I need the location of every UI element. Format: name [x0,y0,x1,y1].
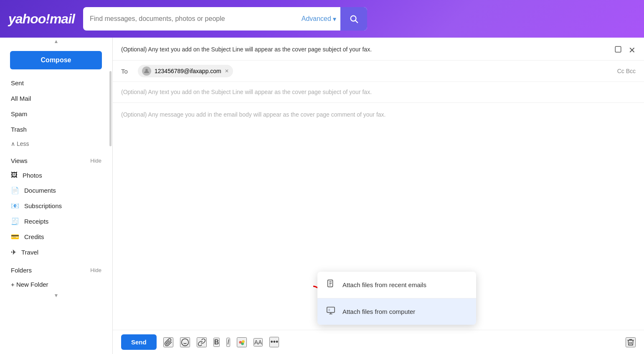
subscriptions-icon: 📧 [11,202,19,210]
recipient-email: 123456789@ifaxapp.com [155,68,221,74]
attach-from-emails-option[interactable]: Attach files from recent emails [317,272,476,298]
recipient-chip[interactable]: 123456789@ifaxapp.com ✕ [138,65,233,77]
attach-button[interactable] [163,337,173,347]
search-icon [349,14,358,23]
folders-label: Folders [11,267,32,274]
cc-bcc-button[interactable]: Cc Bcc [617,68,636,74]
app-body: ▲ Compose Sent All Mail Spam Trash ∧ Les… [0,38,644,354]
svg-rect-3 [615,46,621,52]
sidebar-collapse-less[interactable]: ∧ Less [7,137,106,150]
compose-header-actions: ✕ [614,45,636,55]
folders-hide-button[interactable]: Hide [90,267,101,273]
sidebar-item-documents[interactable]: 📄 Documents [7,183,106,198]
scroll-up-indicator[interactable]: ▲ [0,38,112,45]
attach-dropdown: Attach files from recent emails 0 Attach… [317,272,476,325]
sidebar-folders-header: Folders Hide [7,260,106,277]
italic-button[interactable]: I [226,338,230,347]
credits-icon: 💳 [11,233,19,241]
sidebar-item-sent[interactable]: Sent [7,75,106,91]
attach-from-computer-option[interactable]: 0 Attach files from computer [317,298,476,325]
sidebar-item-receipts[interactable]: 🧾 Receipts [7,214,106,229]
to-label: To [121,68,133,75]
file-email-icon [326,279,336,290]
compose-toolbar: Send B I AA ••• [113,330,644,354]
maximize-button[interactable] [614,46,622,55]
sidebar-item-allmail[interactable]: All Mail [7,91,106,106]
svg-rect-9 [327,307,335,313]
attach-emails-label: Attach files from recent emails [342,281,426,288]
sidebar-views-header: Views Hide [7,150,106,168]
subject-row[interactable]: (Optional) Any text you add on the Subje… [113,82,644,103]
to-row: To 123456789@ifaxapp.com ✕ Cc Bcc [113,61,644,82]
documents-icon: 📄 [11,186,19,194]
more-options-button[interactable]: ••• [269,337,279,347]
sidebar-nav: Sent All Mail Spam Trash ∧ Less Views Hi… [0,75,112,292]
yahoo-mail-logo: yahoo!mail [8,11,75,27]
font-size-button[interactable]: AA [254,338,263,346]
views-hide-button[interactable]: Hide [90,158,101,164]
document-icon [326,279,335,288]
compose-arrow [104,41,113,70]
chevron-down-icon: ▾ [333,15,336,23]
compose-button[interactable]: Compose [10,51,102,69]
header: yahoo!mail Advanced ▾ [0,0,644,38]
compose-area: (Optional) Any text you add on the Subje… [113,38,644,354]
compose-header: (Optional) Any text you add on the Subje… [113,38,644,61]
link-button[interactable] [197,337,207,347]
recipient-avatar [142,66,151,76]
sidebar-item-travel[interactable]: ✈ Travel [7,244,106,260]
sidebar-item-credits[interactable]: 💳 Credits [7,229,106,244]
monitor-icon: 0 [326,306,335,315]
emoji-icon [181,338,189,346]
advanced-button[interactable]: Advanced ▾ [302,15,336,23]
color-button[interactable] [237,337,247,347]
svg-point-19 [242,340,245,343]
search-bar: Advanced ▾ [83,7,367,31]
scroll-down-indicator[interactable]: ▼ [0,292,112,299]
sidebar: ▲ Compose Sent All Mail Spam Trash ∧ Les… [0,38,113,354]
receipts-icon: 🧾 [11,217,19,225]
sidebar-item-photos[interactable]: 🖼 Photos [7,168,106,183]
search-button[interactable] [340,7,367,31]
color-icon [238,338,246,346]
search-input[interactable] [90,15,297,23]
body-placeholder: (Optional) Any message you add in the em… [121,111,636,118]
svg-point-14 [181,339,188,346]
sidebar-item-spam[interactable]: Spam [7,106,106,122]
sidebar-item-subscriptions[interactable]: 📧 Subscriptions [7,198,106,214]
maximize-icon [614,46,622,53]
remove-recipient-button[interactable]: ✕ [225,68,229,74]
photos-icon: 🖼 [11,171,18,179]
sidebar-item-trash[interactable]: Trash [7,122,106,137]
paperclip-icon [164,338,172,346]
computer-icon: 0 [326,306,336,317]
send-button[interactable]: Send [121,334,157,350]
svg-text:0: 0 [329,308,330,311]
attach-computer-label: Attach files from computer [342,308,415,315]
compose-window-title: (Optional) Any text you add on the Subje… [121,45,372,54]
views-label: Views [11,157,28,164]
delete-button[interactable] [626,337,636,347]
subject-placeholder: (Optional) Any text you add on the Subje… [121,89,372,95]
sidebar-scrollbar[interactable] [109,71,112,146]
trash-icon [626,338,635,346]
sidebar-item-new-folder[interactable]: + New Folder [7,277,106,292]
link-icon [198,338,206,346]
travel-icon: ✈ [11,248,16,256]
svg-line-1 [355,20,357,23]
bold-button[interactable]: B [213,338,220,347]
emoji-button[interactable] [180,337,190,347]
close-button[interactable]: ✕ [629,45,636,55]
avatar-icon [144,68,150,74]
